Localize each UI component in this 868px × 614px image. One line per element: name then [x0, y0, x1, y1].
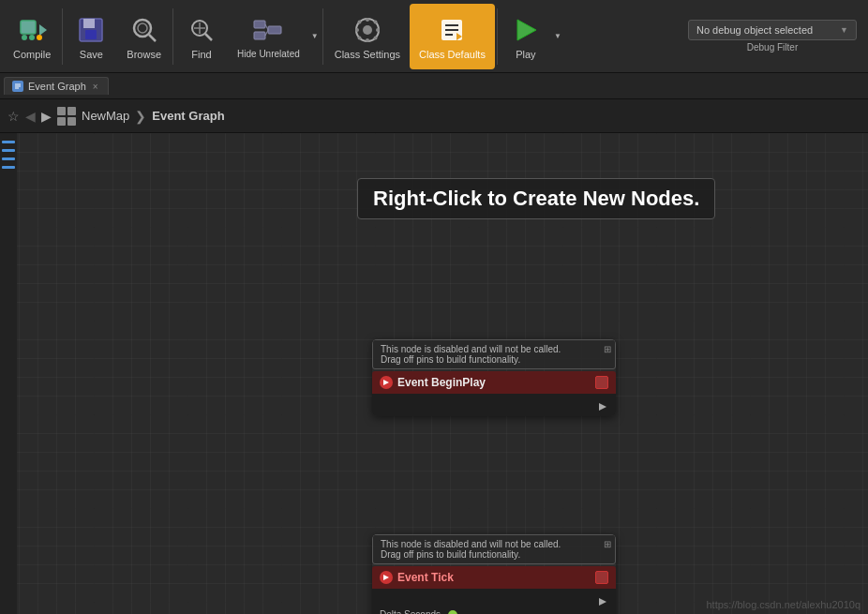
begin-play-comment: This node is disabled and will not be ca… [372, 339, 616, 369]
chevron-down-icon: ▼ [311, 32, 319, 40]
browse-label: Browse [127, 49, 161, 60]
breadcrumb-bar: ☆ ◀ ▶ NewMap ❯ Event Graph [0, 99, 868, 133]
class-settings-label: Class Settings [335, 49, 400, 60]
left-panel [0, 133, 17, 614]
browse-button[interactable]: Browse [117, 4, 171, 69]
tick-header-left: Event Tick [380, 571, 454, 584]
begin-play-exec-out [597, 399, 608, 411]
hide-unrelated-label: Hide Unrelated [237, 49, 300, 60]
delta-seconds-label: Delta Seconds [380, 609, 441, 614]
comment-icon: ⊞ [604, 344, 611, 354]
breadcrumb-map[interactable]: NewMap [82, 109, 129, 123]
left-accent-2 [2, 149, 15, 152]
class-settings-button[interactable]: Class Settings [325, 4, 410, 69]
toolbar: Compile Save Browse [0, 0, 868, 73]
right-click-hint: Right-Click to Create New Nodes. [357, 178, 715, 219]
hide-unrelated-icon [251, 13, 285, 47]
tabbar: Event Graph × [0, 73, 868, 99]
svg-point-25 [376, 28, 380, 32]
save-icon [74, 13, 108, 47]
svg-marker-43 [599, 598, 606, 606]
svg-point-22 [366, 18, 369, 22]
exec-arrow-icon [597, 399, 608, 411]
canvas[interactable]: Right-Click to Create New Nodes. This no… [0, 133, 868, 614]
svg-point-29 [373, 20, 377, 23]
svg-point-4 [37, 35, 42, 40]
begin-play-header-left: Event BeginPlay [380, 376, 486, 389]
svg-marker-41 [599, 403, 606, 411]
left-accent-3 [2, 157, 15, 160]
tick-title: Event Tick [397, 571, 454, 584]
svg-line-10 [149, 35, 156, 41]
begin-play-stop-icon [595, 376, 608, 389]
debug-filter-value: No debug object selected [696, 24, 813, 36]
svg-point-27 [373, 36, 377, 39]
svg-line-12 [205, 34, 212, 40]
svg-point-26 [357, 20, 361, 23]
svg-point-24 [355, 28, 359, 32]
tick-exec-arrow-icon [597, 594, 608, 606]
breadcrumb-current: Event Graph [152, 109, 224, 123]
delta-seconds-pin: Delta Seconds [380, 609, 608, 614]
play-button[interactable]: Play [500, 4, 552, 69]
event-tick-node[interactable]: This node is disabled and will not be ca… [372, 534, 616, 614]
debug-filter-label: Debug Filter [747, 42, 798, 52]
compile-label: Compile [13, 49, 51, 60]
tick-comment: This node is disabled and will not be ca… [372, 534, 616, 564]
event-graph-tab[interactable]: Event Graph × [4, 77, 109, 95]
play-dropdown[interactable]: ▼ [552, 4, 563, 69]
svg-marker-40 [383, 380, 389, 385]
svg-point-3 [29, 35, 35, 40]
svg-rect-0 [21, 21, 36, 34]
svg-rect-15 [254, 21, 265, 28]
back-button[interactable]: ◀ [25, 109, 36, 124]
svg-marker-35 [517, 20, 536, 40]
save-label: Save [80, 49, 103, 60]
hint-text: Right-Click to Create New Nodes. [373, 187, 699, 210]
svg-rect-17 [268, 26, 281, 34]
svg-point-23 [366, 38, 369, 42]
play-icon [509, 13, 543, 47]
debug-filter-chevron: ▼ [840, 25, 848, 35]
left-accent-4 [2, 166, 15, 169]
tab-close-button[interactable]: × [91, 82, 100, 92]
tick-comment-icon: ⊞ [604, 539, 611, 549]
sep3 [322, 8, 323, 65]
sep2 [172, 8, 173, 65]
tab-icon [12, 81, 23, 92]
begin-play-title: Event BeginPlay [397, 376, 486, 389]
forward-button[interactable]: ▶ [41, 109, 52, 124]
play-label: Play [516, 49, 535, 60]
svg-rect-7 [85, 30, 97, 39]
tick-comment-text: This node is disabled and will not be ca… [381, 539, 561, 560]
svg-point-9 [138, 23, 147, 33]
hide-unrelated-dropdown[interactable]: ▼ [309, 4, 321, 69]
event-begin-play-node[interactable]: This node is disabled and will not be ca… [372, 339, 616, 416]
find-label: Find [191, 49, 211, 60]
sep4 [497, 8, 498, 65]
svg-point-28 [357, 36, 361, 39]
compile-icon [15, 13, 49, 47]
svg-point-2 [22, 35, 27, 40]
breadcrumb: NewMap ❯ Event Graph [82, 109, 225, 124]
compile-button[interactable]: Compile [4, 4, 60, 69]
find-button[interactable]: Find [175, 4, 228, 69]
class-defaults-button[interactable]: Class Defaults [410, 4, 495, 69]
hide-unrelated-button[interactable]: Hide Unrelated [228, 4, 309, 69]
play-chevron-icon: ▼ [554, 32, 561, 40]
begin-play-comment-text: This node is disabled and will not be ca… [381, 344, 561, 365]
svg-marker-42 [383, 575, 389, 580]
begin-play-body [372, 394, 616, 416]
svg-rect-16 [254, 32, 265, 39]
svg-point-21 [363, 25, 372, 35]
favorite-icon[interactable]: ☆ [7, 109, 20, 124]
find-icon [185, 13, 218, 47]
tick-header: Event Tick [372, 566, 616, 589]
svg-marker-1 [39, 24, 47, 36]
grid-icon[interactable] [57, 107, 76, 126]
debug-filter-area: No debug object selected ▼ Debug Filter [688, 20, 857, 52]
debug-filter-button[interactable]: No debug object selected ▼ [688, 20, 857, 40]
breadcrumb-separator: ❯ [135, 109, 146, 124]
tick-stop-icon [595, 571, 608, 584]
save-button[interactable]: Save [65, 4, 117, 69]
